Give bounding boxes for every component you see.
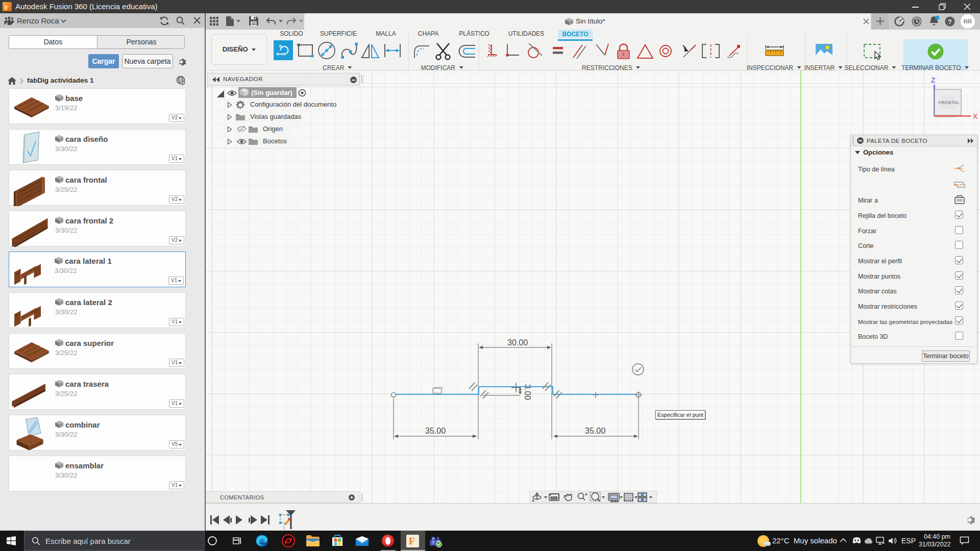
svg-text:FRONTAL: FRONTAL: [939, 100, 960, 105]
svg-text:X: X: [973, 112, 978, 120]
svg-text:T: T: [432, 540, 435, 545]
svg-text:35.00: 35.00: [585, 427, 605, 435]
svg-text:Z: Z: [931, 76, 936, 84]
svg-text:30.00: 30.00: [507, 338, 528, 347]
svg-text:?: ?: [948, 18, 952, 26]
svg-text:35.00: 35.00: [425, 427, 446, 435]
